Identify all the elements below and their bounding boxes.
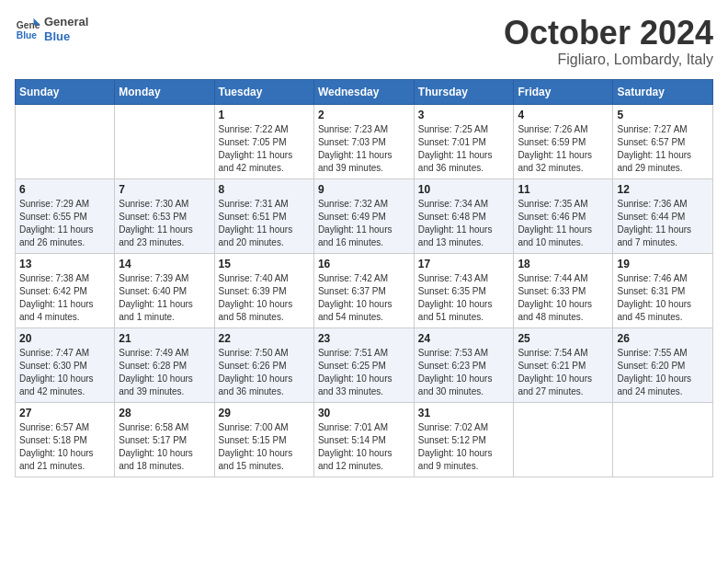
day-info: Sunrise: 7:44 AMSunset: 6:33 PMDaylight:… [518,272,609,324]
calendar-cell: 18Sunrise: 7:44 AMSunset: 6:33 PMDayligh… [514,253,613,327]
day-number: 8 [219,183,310,196]
calendar-cell: 3Sunrise: 7:25 AMSunset: 7:01 PMDaylight… [414,104,514,178]
day-info: Sunrise: 7:30 AMSunset: 6:53 PMDaylight:… [119,198,210,249]
day-number: 10 [418,183,510,196]
day-info: Sunrise: 7:50 AMSunset: 6:26 PMDaylight:… [219,347,310,398]
day-number: 27 [19,407,110,419]
day-info: Sunrise: 7:26 AMSunset: 6:59 PMDaylight:… [518,123,609,175]
calendar-cell: 20Sunrise: 7:47 AMSunset: 6:30 PMDayligh… [16,327,115,402]
day-number: 19 [617,258,709,270]
day-info: Sunrise: 7:46 AMSunset: 6:31 PMDaylight:… [617,272,709,324]
calendar-table: SundayMondayTuesdayWednesdayThursdayFrid… [15,79,713,477]
calendar-cell: 5Sunrise: 7:27 AMSunset: 6:57 PMDaylight… [613,104,713,178]
calendar-cell: 24Sunrise: 7:53 AMSunset: 6:23 PMDayligh… [414,327,514,402]
logo: General Blue General Blue [15,15,88,43]
day-info: Sunrise: 7:49 AMSunset: 6:28 PMDaylight:… [119,347,210,398]
calendar-cell: 2Sunrise: 7:23 AMSunset: 7:03 PMDaylight… [313,104,414,178]
day-number: 3 [418,109,510,121]
day-info: Sunrise: 7:27 AMSunset: 6:57 PMDaylight:… [617,123,709,175]
day-info: Sunrise: 7:01 AMSunset: 5:14 PMDaylight:… [318,421,410,473]
location-text: Figliaro, Lombardy, Italy [504,52,713,68]
calendar-cell [613,402,713,477]
day-number: 22 [219,332,310,345]
day-info: Sunrise: 7:34 AMSunset: 6:48 PMDaylight:… [418,198,510,249]
calendar-week-5: 27Sunrise: 6:57 AMSunset: 5:18 PMDayligh… [16,402,713,477]
column-header-tuesday: Tuesday [214,79,313,104]
calendar-cell [115,104,214,178]
calendar-body: 1Sunrise: 7:22 AMSunset: 7:05 PMDaylight… [16,104,713,477]
day-number: 24 [418,332,510,345]
day-number: 31 [418,407,510,419]
calendar-cell: 8Sunrise: 7:31 AMSunset: 6:51 PMDaylight… [214,178,313,253]
title-block: October 2024 Figliaro, Lombardy, Italy [504,15,713,68]
calendar-cell: 31Sunrise: 7:02 AMSunset: 5:12 PMDayligh… [414,402,514,477]
day-number: 1 [219,109,310,121]
day-info: Sunrise: 7:22 AMSunset: 7:05 PMDaylight:… [219,123,310,175]
column-header-thursday: Thursday [414,79,514,104]
calendar-cell: 11Sunrise: 7:35 AMSunset: 6:46 PMDayligh… [514,178,613,253]
day-info: Sunrise: 7:00 AMSunset: 5:15 PMDaylight:… [219,421,310,473]
day-number: 18 [518,258,609,270]
calendar-cell: 21Sunrise: 7:49 AMSunset: 6:28 PMDayligh… [115,327,214,402]
day-info: Sunrise: 7:35 AMSunset: 6:46 PMDaylight:… [518,198,609,249]
calendar-cell: 28Sunrise: 6:58 AMSunset: 5:17 PMDayligh… [115,402,214,477]
day-info: Sunrise: 7:02 AMSunset: 5:12 PMDaylight:… [418,421,510,473]
column-header-saturday: Saturday [613,79,713,104]
day-info: Sunrise: 7:29 AMSunset: 6:55 PMDaylight:… [19,198,110,249]
day-info: Sunrise: 7:39 AMSunset: 6:40 PMDaylight:… [119,272,210,324]
day-info: Sunrise: 7:36 AMSunset: 6:44 PMDaylight:… [617,198,709,249]
calendar-cell: 27Sunrise: 6:57 AMSunset: 5:18 PMDayligh… [16,402,115,477]
calendar-cell: 30Sunrise: 7:01 AMSunset: 5:14 PMDayligh… [313,402,414,477]
day-number: 14 [119,258,210,270]
calendar-week-4: 20Sunrise: 7:47 AMSunset: 6:30 PMDayligh… [16,327,713,402]
calendar-cell: 13Sunrise: 7:38 AMSunset: 6:42 PMDayligh… [16,253,115,327]
month-title: October 2024 [504,15,713,52]
calendar-header-row: SundayMondayTuesdayWednesdayThursdayFrid… [16,79,713,104]
calendar-cell: 6Sunrise: 7:29 AMSunset: 6:55 PMDaylight… [16,178,115,253]
day-info: Sunrise: 7:31 AMSunset: 6:51 PMDaylight:… [219,198,310,249]
calendar-week-2: 6Sunrise: 7:29 AMSunset: 6:55 PMDaylight… [16,178,713,253]
day-number: 6 [19,183,110,196]
calendar-cell: 9Sunrise: 7:32 AMSunset: 6:49 PMDaylight… [313,178,414,253]
day-number: 9 [318,183,410,196]
calendar-week-3: 13Sunrise: 7:38 AMSunset: 6:42 PMDayligh… [16,253,713,327]
day-number: 28 [119,407,210,419]
calendar-cell: 17Sunrise: 7:43 AMSunset: 6:35 PMDayligh… [414,253,514,327]
day-info: Sunrise: 7:53 AMSunset: 6:23 PMDaylight:… [418,347,510,398]
calendar-cell [16,104,115,178]
day-number: 11 [518,183,609,196]
day-number: 16 [318,258,410,270]
day-info: Sunrise: 7:23 AMSunset: 7:03 PMDaylight:… [318,123,410,175]
calendar-cell: 4Sunrise: 7:26 AMSunset: 6:59 PMDaylight… [514,104,613,178]
day-number: 2 [318,109,410,121]
day-number: 26 [617,332,709,345]
day-info: Sunrise: 6:58 AMSunset: 5:17 PMDaylight:… [119,421,210,473]
logo-blue-text: Blue [44,29,88,44]
day-info: Sunrise: 7:25 AMSunset: 7:01 PMDaylight:… [418,123,510,175]
logo-icon: General Blue [15,17,40,42]
day-number: 17 [418,258,510,270]
day-number: 15 [219,258,310,270]
calendar-cell: 23Sunrise: 7:51 AMSunset: 6:25 PMDayligh… [313,327,414,402]
svg-text:Blue: Blue [17,30,38,40]
calendar-cell: 19Sunrise: 7:46 AMSunset: 6:31 PMDayligh… [613,253,713,327]
day-info: Sunrise: 7:43 AMSunset: 6:35 PMDaylight:… [418,272,510,324]
page-header: General Blue General Blue October 2024 F… [15,15,713,68]
calendar-cell: 25Sunrise: 7:54 AMSunset: 6:21 PMDayligh… [514,327,613,402]
day-info: Sunrise: 7:40 AMSunset: 6:39 PMDaylight:… [219,272,310,324]
day-number: 25 [518,332,609,345]
column-header-sunday: Sunday [16,79,115,104]
day-number: 20 [19,332,110,345]
day-number: 29 [219,407,310,419]
calendar-cell: 10Sunrise: 7:34 AMSunset: 6:48 PMDayligh… [414,178,514,253]
day-info: Sunrise: 7:51 AMSunset: 6:25 PMDaylight:… [318,347,410,398]
calendar-cell: 14Sunrise: 7:39 AMSunset: 6:40 PMDayligh… [115,253,214,327]
day-number: 7 [119,183,210,196]
day-number: 21 [119,332,210,345]
day-info: Sunrise: 7:55 AMSunset: 6:20 PMDaylight:… [617,347,709,398]
day-info: Sunrise: 7:47 AMSunset: 6:30 PMDaylight:… [19,347,110,398]
day-number: 12 [617,183,709,196]
calendar-week-1: 1Sunrise: 7:22 AMSunset: 7:05 PMDaylight… [16,104,713,178]
calendar-cell: 15Sunrise: 7:40 AMSunset: 6:39 PMDayligh… [214,253,313,327]
calendar-cell: 16Sunrise: 7:42 AMSunset: 6:37 PMDayligh… [313,253,414,327]
